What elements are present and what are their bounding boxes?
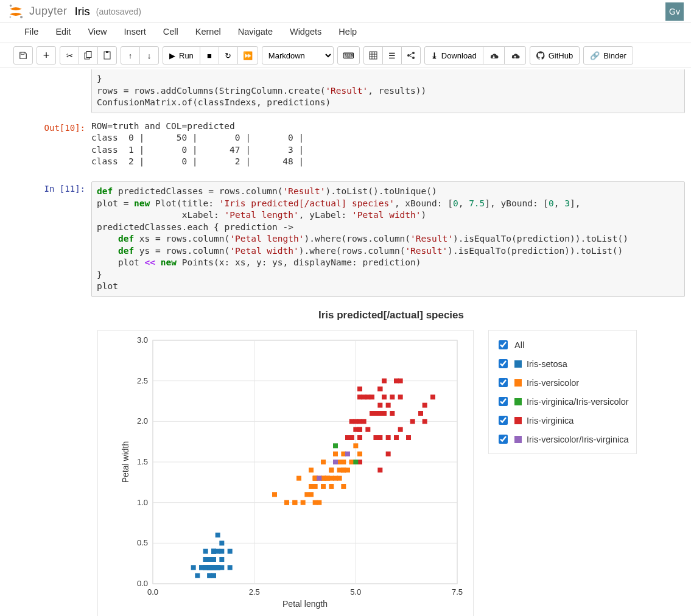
svg-rect-116 [341, 484, 346, 489]
svg-rect-171 [410, 419, 415, 424]
avatar[interactable]: Gv [665, 2, 684, 21]
menubar: File Edit View Insert Cell Kernel Naviga… [0, 23, 691, 43]
code-text[interactable]: } rows = rows.addColumns(StringColumn.cr… [97, 73, 679, 109]
svg-rect-191 [333, 443, 338, 448]
legend-checkbox[interactable] [499, 397, 508, 406]
legend-checkbox[interactable] [499, 378, 508, 387]
svg-rect-185 [362, 394, 367, 399]
run-button[interactable]: ▶Run [163, 46, 200, 65]
variables-button[interactable] [363, 46, 383, 65]
svg-text:5.0: 5.0 [350, 587, 361, 597]
move-up-button[interactable]: ↑ [121, 46, 140, 65]
notebook-name[interactable]: Iris [75, 5, 90, 18]
svg-rect-178 [345, 435, 350, 440]
svg-rect-119 [345, 467, 350, 472]
menu-kernel[interactable]: Kernel [195, 27, 221, 37]
legend-item[interactable]: Iris-versicolor/Iris-virginica [496, 430, 629, 449]
legend-item[interactable]: Iris-virginica [496, 411, 629, 430]
restart-button[interactable]: ↻ [219, 46, 238, 65]
legend-checkbox[interactable] [499, 340, 508, 349]
svg-rect-146 [386, 403, 391, 408]
menu-help[interactable]: Help [338, 27, 357, 37]
cut-button[interactable]: ✂ [60, 46, 79, 65]
svg-rect-107 [296, 476, 301, 481]
svg-rect-122 [292, 500, 297, 505]
legend-item[interactable]: Iris-setosa [496, 354, 629, 373]
svg-rect-169 [386, 452, 391, 457]
binder-button[interactable]: 🔗Binder [583, 46, 633, 65]
restart-run-all-button[interactable]: ⏩ [237, 46, 258, 65]
svg-rect-123 [304, 492, 309, 497]
keyboard-icon: ⌨ [343, 51, 354, 60]
menu-widgets[interactable]: Widgets [290, 27, 321, 37]
svg-text:Petal length: Petal length [282, 599, 328, 609]
menu-insert[interactable]: Insert [124, 27, 146, 37]
svg-rect-102 [309, 467, 314, 472]
copy-button[interactable] [79, 46, 98, 65]
empty-prompt [0, 69, 91, 113]
legend-checkbox[interactable] [499, 416, 508, 425]
legend-checkbox[interactable] [499, 435, 508, 444]
cloud-upload-button[interactable] [504, 46, 526, 65]
legend-checkbox[interactable] [499, 359, 508, 368]
paste-button[interactable] [97, 46, 117, 65]
plus-icon: + [43, 51, 50, 60]
scatter-plot[interactable]: 0.02.55.07.50.00.51.01.52.02.53.0Petal l… [102, 334, 469, 616]
svg-point-0 [10, 4, 12, 7]
save-button[interactable] [13, 46, 33, 65]
code-cell-top: } rows = rows.addColumns(StringColumn.cr… [0, 68, 691, 114]
logo-text: Jupyter [29, 5, 68, 18]
arrow-up-icon: ↑ [128, 51, 133, 60]
jupyter-logo: Jupyter [7, 3, 68, 20]
legend-item[interactable]: All [496, 335, 629, 354]
svg-rect-86 [216, 533, 220, 537]
menu-cell[interactable]: Cell [163, 27, 178, 37]
github-icon [536, 51, 545, 60]
celltype-select[interactable]: Markdown [262, 46, 334, 65]
plot-area[interactable]: 0.02.55.07.50.00.51.01.52.02.53.0Petal l… [97, 330, 474, 616]
refresh-icon: ↻ [225, 51, 231, 60]
legend-item[interactable]: Iris-virginica/Iris-versicolor [496, 392, 629, 411]
svg-rect-59 [203, 549, 208, 554]
svg-rect-128 [333, 452, 338, 457]
menu-file[interactable]: File [24, 27, 38, 37]
svg-rect-104 [321, 460, 326, 464]
in11-code[interactable]: def predictedClasses = rows.column('Resu… [97, 186, 679, 293]
download-button[interactable]: ⤓Download [424, 46, 483, 65]
svg-rect-8 [370, 52, 377, 59]
svg-line-17 [410, 56, 412, 57]
svg-rect-192 [317, 476, 321, 481]
svg-rect-172 [377, 403, 382, 408]
notebook-area: } rows = rows.addColumns(StringColumn.cr… [0, 68, 691, 616]
svg-point-13 [412, 52, 415, 54]
svg-text:3.0: 3.0 [137, 335, 148, 345]
keyboard-button[interactable]: ⌨ [337, 46, 360, 65]
svg-rect-149 [386, 435, 391, 440]
menu-navigate[interactable]: Navigate [238, 27, 273, 37]
legend-label: Iris-versicolor/Iris-virginica [527, 435, 629, 444]
cloud-download-button[interactable] [483, 46, 505, 65]
list-button[interactable]: ☰ [382, 46, 402, 65]
github-label: GitHub [549, 51, 573, 60]
svg-rect-184 [382, 379, 387, 383]
menu-edit[interactable]: Edit [55, 27, 71, 37]
svg-rect-170 [398, 427, 403, 432]
svg-text:1.5: 1.5 [137, 457, 148, 466]
add-cell-button[interactable]: + [37, 46, 56, 65]
svg-rect-155 [357, 387, 362, 391]
in-prompt-11: In [11]: [0, 181, 91, 297]
svg-rect-187 [362, 419, 367, 424]
move-down-button[interactable]: ↓ [139, 46, 159, 65]
download-icon: ⤓ [431, 51, 438, 60]
interrupt-button[interactable]: ■ [200, 46, 219, 65]
svg-text:7.5: 7.5 [452, 587, 463, 597]
legend-label: All [514, 340, 524, 350]
svg-rect-179 [370, 411, 374, 416]
github-button[interactable]: GitHub [530, 46, 580, 65]
menu-view[interactable]: View [88, 27, 107, 37]
svg-rect-147 [418, 411, 423, 416]
svg-text:2.5: 2.5 [249, 587, 260, 597]
legend-item[interactable]: Iris-versicolor [496, 373, 629, 392]
share-button[interactable] [401, 46, 421, 65]
legend-swatch [514, 360, 522, 368]
